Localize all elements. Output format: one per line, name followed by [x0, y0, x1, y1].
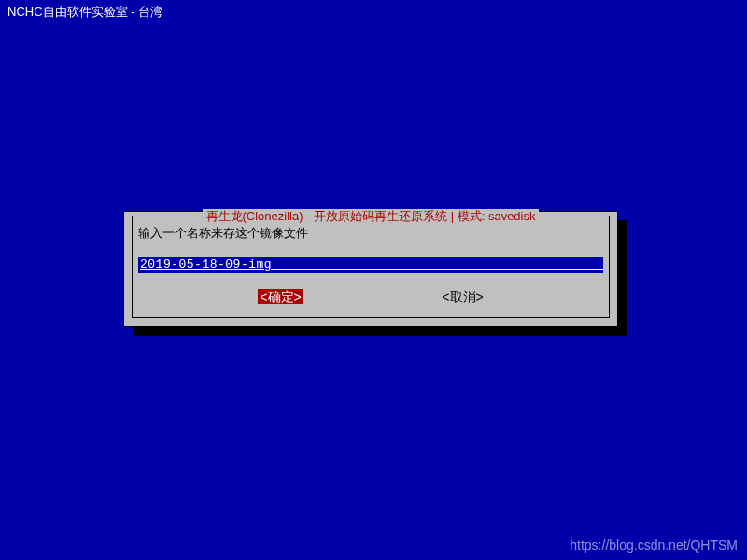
watermark: https://blog.csdn.net/QHTSM: [570, 538, 738, 553]
dialog-frame: 再生龙(Clonezilla) - 开放原始码再生还原系统 | 模式: save…: [132, 216, 610, 318]
dialog-buttons: <确定> <取消>: [133, 289, 609, 306]
input-fill: ________________________________________…: [272, 258, 603, 272]
ok-button[interactable]: <确定>: [258, 289, 303, 306]
cancel-button[interactable]: <取消>: [442, 289, 483, 306]
dialog-prompt: 输入一个名称来存这个镜像文件: [138, 225, 308, 242]
image-name-input[interactable]: 2019-05-18-09-img_______________________…: [138, 257, 603, 273]
image-name-value: 2019-05-18-09-img: [140, 258, 272, 272]
dialog-title: 再生龙(Clonezilla) - 开放原始码再生还原系统 | 模式: save…: [203, 209, 540, 223]
dialog-title-row: 再生龙(Clonezilla) - 开放原始码再生还原系统 | 模式: save…: [133, 208, 609, 225]
ok-button-label: 确定: [268, 289, 294, 304]
header-title: NCHC自由软件实验室 - 台湾: [0, 0, 747, 24]
dialog: 再生龙(Clonezilla) - 开放原始码再生还原系统 | 模式: save…: [123, 211, 618, 327]
cancel-button-label: 取消: [450, 289, 476, 304]
